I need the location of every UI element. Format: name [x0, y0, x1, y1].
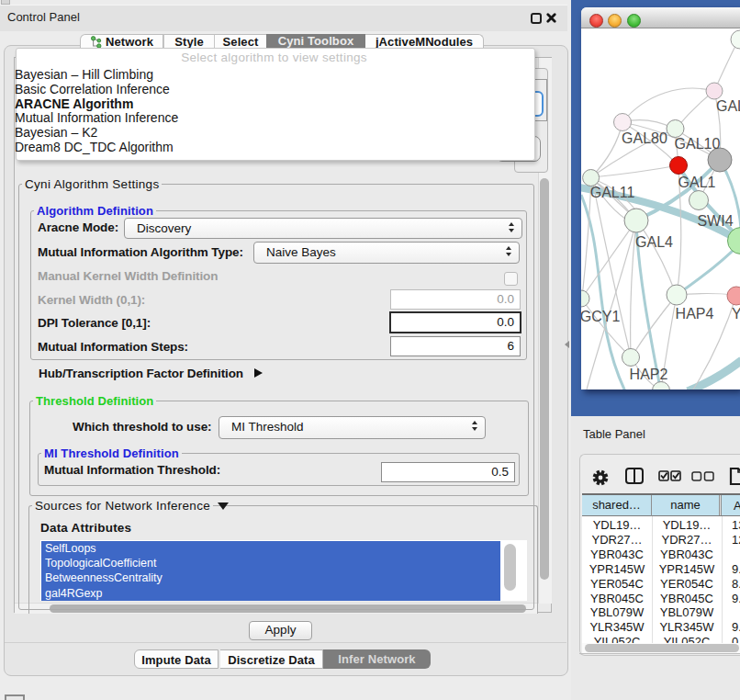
svg-text:HAP2: HAP2	[630, 367, 668, 382]
svg-text:GAL80: GAL80	[622, 130, 667, 146]
svg-text:HAP4: HAP4	[676, 306, 714, 322]
svg-text:SWI4: SWI4	[697, 213, 733, 229]
svg-text:GCY1: GCY1	[581, 309, 620, 324]
svg-text:GAL1: GAL1	[678, 175, 716, 190]
svg-text:GAL7: GAL7	[716, 98, 740, 114]
svg-text:YM: YM	[732, 306, 740, 322]
svg-text:GAL10: GAL10	[675, 136, 721, 152]
svg-text:GAL4: GAL4	[635, 234, 673, 250]
svg-text:GAL11: GAL11	[590, 185, 635, 200]
